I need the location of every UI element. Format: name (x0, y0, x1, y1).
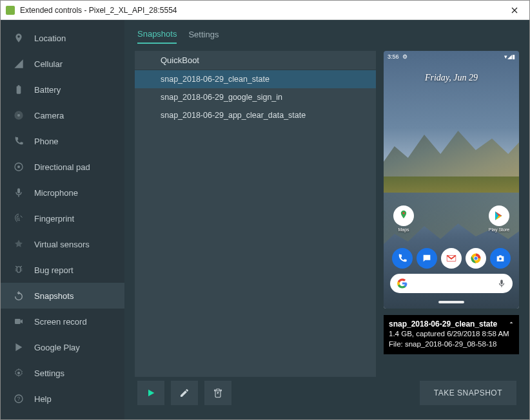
sidebar-item-label: Directional pad (34, 162, 90, 172)
sidebar-item-battery[interactable]: Battery (1, 77, 124, 102)
bottom-toolbar: TAKE SNAPSHOT (135, 377, 519, 409)
camera-icon (12, 109, 25, 122)
tab-snapshots[interactable]: Snapshots (137, 29, 177, 44)
content-row: QuickBoot snap_2018-06-29_clean_state sn… (135, 51, 519, 377)
dock-gmail-icon (441, 248, 462, 269)
sidebar-item-dpad[interactable]: Directional pad (1, 154, 124, 180)
sidebar-item-screen-record[interactable]: Screen record (1, 309, 124, 334)
fingerprint-icon (12, 212, 25, 225)
tab-settings[interactable]: Settings (188, 30, 219, 43)
app-maps: Maps (393, 205, 415, 234)
sidebar-item-location[interactable]: Location (1, 25, 124, 51)
snapshot-item[interactable]: snap_2018-06-29_google_sign_in (135, 88, 376, 106)
svg-text:?: ? (17, 396, 21, 402)
location-icon (12, 32, 25, 44)
phone-searchbar (390, 274, 513, 293)
main-area: Snapshots Settings QuickBoot snap_2018-0… (124, 20, 529, 419)
info-name: snap_2018-06-29_clean_state (389, 319, 514, 329)
snapshot-header[interactable]: QuickBoot (135, 51, 376, 70)
svg-rect-3 (15, 319, 21, 324)
play-icon (12, 341, 25, 354)
phone-preview: 3:56 ⚙ ▾◢▮ Friday, Jun 29 Maps (384, 51, 519, 309)
google-g-icon (397, 278, 408, 289)
sidebar-item-label: Snapshots (34, 291, 74, 301)
snapshot-list: QuickBoot snap_2018-06-29_clean_state sn… (135, 51, 376, 377)
play-icon (146, 388, 156, 398)
nav-pill (438, 301, 464, 303)
mic-icon (12, 186, 25, 199)
sidebar-item-camera[interactable]: Camera (1, 102, 124, 128)
sidebar-item-virtual-sensors[interactable]: Virtual sensors (1, 231, 124, 257)
help-icon: ? (12, 392, 25, 405)
close-button[interactable] (500, 1, 529, 19)
sidebar-item-label: Phone (34, 137, 59, 146)
dock-camera-icon (490, 248, 511, 269)
sidebar-item-label: Screen record (34, 317, 87, 327)
snapshot-item[interactable]: snap_2018-06-29_app_clear_data_state (135, 106, 376, 124)
statusbar-time: 3:56 (388, 53, 399, 60)
dock-phone-icon (392, 248, 413, 269)
sidebar-item-fingerprint[interactable]: Fingerprint (1, 205, 124, 231)
run-snapshot-button[interactable] (137, 381, 164, 405)
wifi-icon: ▾◢▮ (504, 53, 515, 60)
sidebar-item-label: Battery (34, 85, 61, 95)
dock-chrome-icon (466, 248, 486, 269)
snapshot-info[interactable]: snap_2018-06-29_clean_state 1.4 GB, capt… (384, 315, 519, 354)
app-label: Maps (398, 227, 409, 232)
chevron-up-icon (507, 319, 515, 330)
preview-column: 3:56 ⚙ ▾◢▮ Friday, Jun 29 Maps (384, 51, 519, 377)
info-meta: 1.4 GB, captured 6/29/2018 8:58 AM (389, 329, 514, 339)
sidebar-item-bug-report[interactable]: Bug report (1, 257, 124, 283)
maps-icon (393, 205, 414, 226)
phone-statusbar: 3:56 ⚙ ▾◢▮ (384, 51, 519, 62)
sidebar-item-label: Help (34, 394, 52, 404)
sidebar-item-label: Camera (34, 111, 64, 120)
sidebar-item-label: Bug report (34, 265, 74, 275)
svg-point-4 (17, 372, 20, 374)
svg-point-10 (475, 257, 478, 260)
sidebar-item-snapshots[interactable]: Snapshots (1, 283, 124, 309)
mic-icon (497, 279, 506, 288)
take-snapshot-button[interactable]: TAKE SNAPSHOT (420, 381, 516, 405)
sidebar: Location Cellular Battery Camera Phone D… (1, 20, 124, 419)
home-apps: Maps Play Store (384, 205, 519, 234)
dock-messages-icon (417, 248, 437, 269)
dpad-icon (12, 160, 25, 173)
sensors-icon (12, 238, 25, 251)
sidebar-item-label: Location (34, 33, 66, 43)
snapshot-item[interactable]: snap_2018-06-29_clean_state (135, 70, 376, 88)
phone-date: Friday, Jun 29 (384, 73, 519, 83)
sidebar-item-label: Virtual sensors (34, 240, 90, 249)
window-title: Extended controls - Pixel_2_XL_API_28:55… (20, 6, 500, 15)
settings-icon (12, 367, 25, 379)
phone-icon (12, 135, 25, 148)
sidebar-item-cellular[interactable]: Cellular (1, 51, 124, 77)
sidebar-item-label: Microphone (34, 188, 78, 198)
close-icon (511, 7, 518, 14)
app-label: Play Store (489, 227, 509, 232)
sidebar-item-google-play[interactable]: Google Play (1, 334, 124, 360)
sidebar-item-label: Settings (34, 368, 64, 378)
sidebar-item-label: Cellular (34, 59, 63, 69)
record-icon (12, 315, 25, 328)
snapshot-icon (12, 289, 25, 302)
app-icon (6, 6, 15, 15)
sidebar-item-label: Fingerprint (34, 214, 74, 224)
trash-icon (213, 388, 223, 398)
delete-snapshot-button[interactable] (204, 381, 231, 405)
gear-icon: ⚙ (402, 53, 407, 60)
edit-snapshot-button[interactable] (171, 381, 198, 405)
svg-point-7 (402, 212, 404, 214)
battery-icon (12, 83, 25, 96)
tabs: Snapshots Settings (135, 26, 519, 46)
bug-icon (12, 263, 25, 276)
titlebar: Extended controls - Pixel_2_XL_API_28:55… (1, 1, 529, 20)
sidebar-item-help[interactable]: ? Help (1, 386, 124, 412)
info-file: File: snap_2018-06-29_08-58-18 (389, 339, 514, 350)
phone-dock (384, 248, 519, 269)
cellular-icon (12, 57, 25, 70)
sidebar-item-settings[interactable]: Settings (1, 360, 124, 386)
sidebar-item-phone[interactable]: Phone (1, 128, 124, 154)
body: Location Cellular Battery Camera Phone D… (1, 20, 529, 419)
sidebar-item-microphone[interactable]: Microphone (1, 180, 124, 205)
